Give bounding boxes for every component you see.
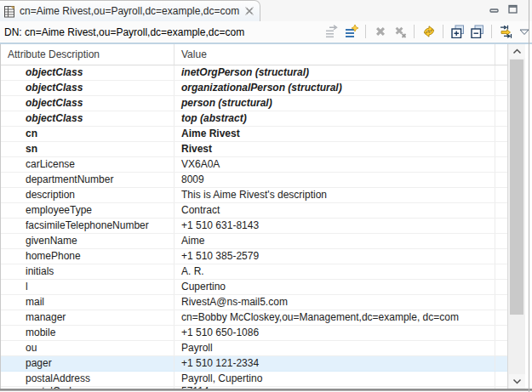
close-icon[interactable] bbox=[244, 6, 255, 16]
attribute-cell: mail bbox=[1, 295, 174, 310]
refresh-button[interactable] bbox=[421, 25, 436, 39]
value-cell: Rivest bbox=[174, 142, 495, 156]
new-attribute-button[interactable] bbox=[344, 25, 358, 39]
table-row[interactable]: objectClassorganizationalPerson (structu… bbox=[1, 81, 508, 96]
table-row[interactable]: mailRivestA@ns-mail5.com bbox=[1, 295, 508, 310]
spacer-cell bbox=[495, 219, 508, 233]
table-body: objectClassinetOrgPerson (structural)obj… bbox=[1, 65, 508, 389]
column-header-spacer bbox=[495, 44, 508, 65]
scroll-up-button[interactable] bbox=[509, 44, 525, 59]
attributes-table: Attribute Description Value objectClassi… bbox=[0, 44, 508, 389]
table-row[interactable]: objectClassperson (structural) bbox=[1, 96, 508, 111]
table-row[interactable]: employeeTypeContract bbox=[1, 203, 508, 219]
dn-bar: DN: cn=Aime Rivest,ou=Payroll,dc=example… bbox=[0, 21, 532, 44]
spacer-cell bbox=[495, 111, 508, 126]
attribute-cell: initials bbox=[1, 264, 174, 279]
collapse-all-button[interactable] bbox=[470, 25, 484, 39]
table-row[interactable]: initialsA. R. bbox=[1, 264, 508, 280]
attribute-cell: employeeType bbox=[1, 203, 174, 218]
attribute-cell: description bbox=[1, 188, 174, 202]
view-window-controls bbox=[489, 3, 518, 14]
value-cell: RivestA@ns-mail5.com bbox=[174, 295, 495, 310]
value-cell: +1 510 631-8143 bbox=[174, 219, 495, 233]
value-cell: +1 510 385-2579 bbox=[174, 249, 495, 264]
maximize-icon[interactable] bbox=[507, 3, 518, 14]
spacer-cell bbox=[495, 157, 508, 172]
spacer-cell bbox=[495, 372, 508, 386]
table-row[interactable]: objectClasstop (abstract) bbox=[1, 111, 508, 127]
value-cell: person (structural) bbox=[174, 96, 495, 111]
table-row[interactable]: facsimileTelephoneNumber+1 510 631-8143 bbox=[1, 219, 508, 234]
attribute-cell: postalAddress bbox=[1, 372, 174, 386]
value-cell: Contract bbox=[174, 203, 495, 218]
value-cell: top (abstract) bbox=[174, 111, 495, 126]
spacer-cell bbox=[495, 280, 508, 294]
attribute-cell: carLicense bbox=[1, 157, 174, 172]
table-row[interactable]: mobile+1 510 650-1086 bbox=[1, 326, 508, 341]
scroll-down-button[interactable] bbox=[509, 374, 525, 389]
attribute-cell: homePhone bbox=[1, 249, 174, 264]
edit-value-button[interactable] bbox=[324, 25, 339, 39]
value-cell: +1 510 121-2334 bbox=[174, 356, 495, 371]
attribute-cell: objectClass bbox=[1, 81, 174, 95]
column-header-attribute-description[interactable]: Attribute Description bbox=[1, 44, 174, 65]
attribute-cell: l bbox=[1, 280, 174, 294]
attribute-cell: givenName bbox=[1, 234, 174, 248]
tab-entry-editor[interactable]: cn=Aime Rivest,ou=Payroll,dc=example,dc=… bbox=[0, 0, 260, 21]
attribute-cell: objectClass bbox=[1, 96, 174, 111]
value-cell: This is Aime Rivest's description bbox=[174, 188, 495, 202]
entry-editor-toolbar bbox=[324, 24, 529, 39]
table-row[interactable]: descriptionThis is Aime Rivest's descrip… bbox=[1, 188, 508, 203]
expand-all-button[interactable] bbox=[450, 25, 465, 39]
table-row[interactable]: cnAime Rivest bbox=[1, 127, 508, 142]
spacer-cell bbox=[495, 188, 508, 202]
value-cell: Aime bbox=[174, 234, 495, 248]
attribute-cell: sn bbox=[1, 142, 174, 156]
spacer-cell bbox=[495, 326, 508, 340]
value-cell: Aime Rivest bbox=[174, 127, 495, 141]
toolbar-separator bbox=[491, 25, 492, 38]
spacer-cell bbox=[495, 142, 508, 156]
attribute-cell: facsimileTelephoneNumber bbox=[1, 219, 174, 233]
toolbar-separator bbox=[365, 25, 366, 38]
value-cell: Payroll bbox=[174, 341, 495, 355]
entry-editor-icon bbox=[4, 5, 15, 18]
attribute-cell: mobile bbox=[1, 326, 174, 340]
chevron-down-icon bbox=[519, 29, 529, 36]
chevron-down-icon bbox=[512, 378, 522, 384]
attribute-cell: cn bbox=[1, 127, 174, 141]
spacer-cell bbox=[495, 249, 508, 264]
collapse-all-icon bbox=[471, 25, 484, 38]
table-row[interactable]: managercn=Bobby McCloskey,ou=Management,… bbox=[1, 310, 508, 326]
attribute-cell: ou bbox=[1, 341, 174, 355]
vertical-scrollbar[interactable] bbox=[507, 44, 525, 389]
table-row[interactable]: givenNameAime bbox=[1, 234, 508, 249]
attribute-cell: pager bbox=[1, 356, 174, 371]
delete-icon bbox=[374, 25, 387, 38]
fetch-operational-attributes-button[interactable] bbox=[499, 25, 513, 39]
table-row[interactable]: departmentNumber8009 bbox=[1, 173, 508, 188]
value-cell: A. R. bbox=[174, 264, 495, 279]
attribute-cell: objectClass bbox=[1, 65, 174, 80]
table-row[interactable]: objectClassinetOrgPerson (structural) bbox=[1, 65, 508, 81]
scrollbar-thumb[interactable] bbox=[510, 60, 523, 315]
delete-button[interactable] bbox=[373, 25, 387, 39]
table-row[interactable]: lCupertino bbox=[1, 280, 508, 295]
table-row[interactable]: snRivest bbox=[1, 142, 508, 157]
table-row[interactable]: homePhone+1 510 385-2579 bbox=[1, 249, 508, 264]
delete-all-icon bbox=[393, 25, 407, 38]
fetch-operational-attributes-icon bbox=[500, 25, 513, 38]
value-cell: VX6A0A bbox=[174, 157, 495, 172]
delete-all-button[interactable] bbox=[392, 25, 407, 39]
spacer-cell bbox=[495, 295, 508, 310]
table-row[interactable]: ouPayroll bbox=[1, 341, 508, 356]
table-row[interactable]: pager+1 510 121-2334 bbox=[1, 356, 508, 372]
new-attribute-icon bbox=[345, 25, 358, 38]
table-header: Attribute Description Value bbox=[1, 44, 508, 65]
spacer-cell bbox=[495, 310, 508, 325]
column-header-value[interactable]: Value bbox=[174, 44, 495, 65]
table-row[interactable]: carLicenseVX6A0A bbox=[1, 157, 508, 173]
value-cell: organizationalPerson (structural) bbox=[174, 81, 495, 95]
table-row[interactable]: postalAddressPayroll, Cupertino bbox=[1, 372, 508, 387]
minimize-icon[interactable] bbox=[489, 3, 500, 14]
